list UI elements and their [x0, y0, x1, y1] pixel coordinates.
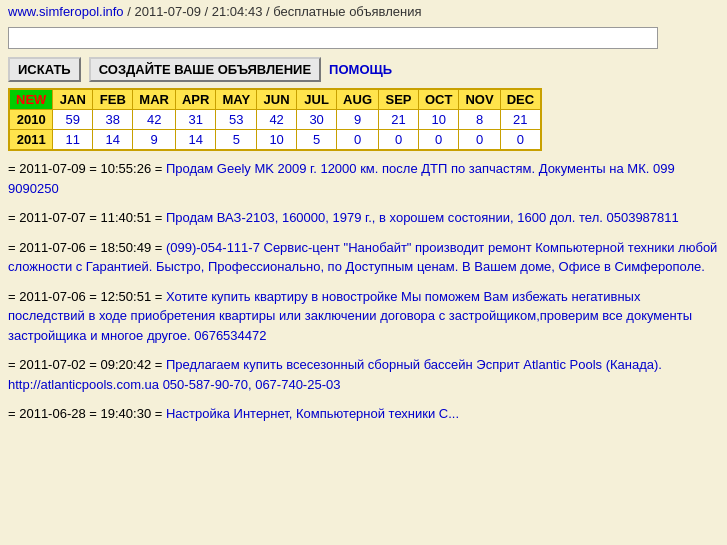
calendar-year-2010[interactable]: 2010 [9, 110, 53, 130]
calendar-header-dec[interactable]: DEC [500, 89, 541, 110]
calendar-header-mar[interactable]: MAR [133, 89, 176, 110]
calendar-cell-2010-may[interactable]: 53 [216, 110, 257, 130]
toolbar: ИСКАТЬ СОЗДАЙТЕ ВАШЕ ОБЪЯВЛЕНИЕ ПОМОЩЬ [0, 53, 727, 88]
calendar-cell-2010-sep[interactable]: 21 [379, 110, 419, 130]
calendar-container: NEWJANFEBMARAPRMAYJUNJULAUGSEPOCTNOVDEC … [0, 88, 727, 151]
listing-date: = 2011-06-28 = 19:40:30 = [8, 406, 166, 421]
calendar-header-may[interactable]: MAY [216, 89, 257, 110]
calendar-cell-2011-jun[interactable]: 10 [257, 130, 297, 151]
listing-item: = 2011-07-06 = 18:50:49 = (099)-054-111-… [8, 238, 719, 277]
search-bar [0, 23, 727, 53]
calendar-row-2010: 20105938423153423092110821 [9, 110, 541, 130]
calendar-cell-2011-feb[interactable]: 14 [93, 130, 133, 151]
listing-text[interactable]: Продам ВАЗ-2103, 160000, 1979 г., в хоро… [166, 210, 679, 225]
calendar-cell-2011-oct[interactable]: 0 [419, 130, 459, 151]
calendar-cell-2011-jul[interactable]: 5 [297, 130, 337, 151]
calendar-cell-2011-may[interactable]: 5 [216, 130, 257, 151]
search-button[interactable]: ИСКАТЬ [8, 57, 81, 82]
calendar-cell-2011-nov[interactable]: 0 [459, 130, 500, 151]
listing-item: = 2011-07-06 = 12:50:51 = Хотите купить … [8, 287, 719, 346]
listing-item: = 2011-06-28 = 19:40:30 = Настройка Инте… [8, 404, 719, 424]
calendar-cell-2010-aug[interactable]: 9 [337, 110, 379, 130]
calendar-header-jul[interactable]: JUL [297, 89, 337, 110]
listing-text[interactable]: Настройка Интернет, Компьютерной техники… [166, 406, 459, 421]
calendar-cell-2010-dec[interactable]: 21 [500, 110, 541, 130]
site-link[interactable]: www.simferopol.info [8, 4, 124, 19]
calendar-header-jan[interactable]: JAN [53, 89, 93, 110]
listing-date: = 2011-07-06 = 12:50:51 = [8, 289, 166, 304]
calendar-cell-2010-jun[interactable]: 42 [257, 110, 297, 130]
calendar-cell-2011-mar[interactable]: 9 [133, 130, 176, 151]
calendar-year-2011[interactable]: 2011 [9, 130, 53, 151]
calendar-cell-2011-jan[interactable]: 11 [53, 130, 93, 151]
calendar-header-row: NEWJANFEBMARAPRMAYJUNJULAUGSEPOCTNOVDEC [9, 89, 541, 110]
calendar-cell-2010-oct[interactable]: 10 [419, 110, 459, 130]
calendar-cell-2010-jan[interactable]: 59 [53, 110, 93, 130]
header-breadcrumb: www.simferopol.info / 2011-07-09 / 21:04… [0, 0, 727, 23]
calendar-cell-2010-mar[interactable]: 42 [133, 110, 176, 130]
listings-container: = 2011-07-09 = 10:55:26 = Продам Geely M… [0, 151, 727, 424]
listing-date: = 2011-07-07 = 11:40:51 = [8, 210, 166, 225]
calendar-header-apr[interactable]: APR [175, 89, 215, 110]
calendar-cell-2011-apr[interactable]: 14 [175, 130, 215, 151]
search-input[interactable] [8, 27, 658, 49]
listing-item: = 2011-07-09 = 10:55:26 = Продам Geely M… [8, 159, 719, 198]
calendar-header-oct[interactable]: OCT [419, 89, 459, 110]
calendar-cell-2010-nov[interactable]: 8 [459, 110, 500, 130]
calendar-cell-2011-aug[interactable]: 0 [337, 130, 379, 151]
listing-date: = 2011-07-09 = 10:55:26 = [8, 161, 166, 176]
calendar-header-jun[interactable]: JUN [257, 89, 297, 110]
listing-item: = 2011-07-02 = 09:20:42 = Предлагаем куп… [8, 355, 719, 394]
create-listing-button[interactable]: СОЗДАЙТЕ ВАШЕ ОБЪЯВЛЕНИЕ [89, 57, 321, 82]
calendar-header-nov[interactable]: NOV [459, 89, 500, 110]
calendar-cell-2011-sep[interactable]: 0 [379, 130, 419, 151]
calendar-table: NEWJANFEBMARAPRMAYJUNJULAUGSEPOCTNOVDEC … [8, 88, 542, 151]
calendar-header-sep[interactable]: SEP [379, 89, 419, 110]
calendar-cell-2010-jul[interactable]: 30 [297, 110, 337, 130]
calendar-cell-2010-apr[interactable]: 31 [175, 110, 215, 130]
listing-date: = 2011-07-06 = 18:50:49 = [8, 240, 166, 255]
listing-item: = 2011-07-07 = 11:40:51 = Продам ВАЗ-210… [8, 208, 719, 228]
listing-date: = 2011-07-02 = 09:20:42 = [8, 357, 166, 372]
calendar-row-2011: 20111114914510500000 [9, 130, 541, 151]
help-link[interactable]: ПОМОЩЬ [329, 62, 392, 77]
breadcrumb-text: / 2011-07-09 / 21:04:43 / бесплатные объ… [124, 4, 422, 19]
calendar-header-new: NEW [9, 89, 53, 110]
calendar-header-feb[interactable]: FEB [93, 89, 133, 110]
calendar-cell-2010-feb[interactable]: 38 [93, 110, 133, 130]
calendar-body: 2010593842315342309211082120111114914510… [9, 110, 541, 151]
calendar-header-aug[interactable]: AUG [337, 89, 379, 110]
calendar-cell-2011-dec[interactable]: 0 [500, 130, 541, 151]
